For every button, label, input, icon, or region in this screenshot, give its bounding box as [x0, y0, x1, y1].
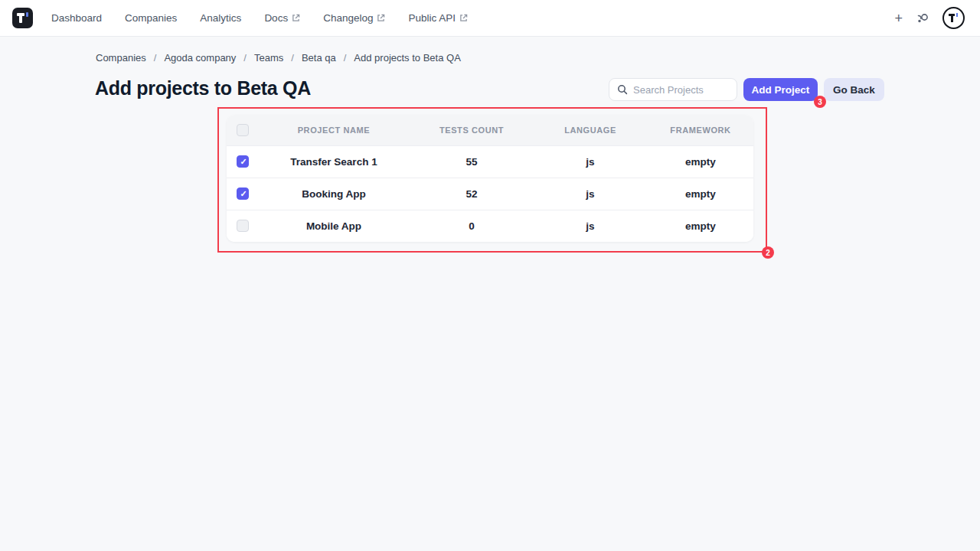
nav-item-label: Analytics — [200, 12, 241, 24]
breadcrumb-separator: / — [243, 52, 247, 64]
projects-table: PROJECT NAME TESTS COUNT LANGUAGE FRAMEW… — [227, 115, 753, 242]
column-header-project-name: PROJECT NAME — [257, 115, 410, 145]
page-title: Add projects to Beta QA — [95, 77, 311, 99]
nav-item-analytics[interactable]: Analytics — [200, 12, 241, 24]
add-project-button[interactable]: Add Project — [743, 78, 818, 101]
nav-links: Dashboard Companies Analytics Docs Chang… — [51, 12, 468, 24]
cell-framework: empty — [648, 178, 753, 210]
logo-t-tick — [26, 12, 28, 17]
top-navbar: Dashboard Companies Analytics Docs Chang… — [0, 0, 980, 37]
external-link-icon — [377, 14, 385, 22]
nav-item-companies[interactable]: Companies — [125, 12, 177, 24]
row-checkbox[interactable] — [237, 220, 249, 232]
cell-tests-count: 55 — [410, 145, 533, 178]
logo-t-stem — [19, 13, 22, 23]
breadcrumb-beta-qa[interactable]: Beta qa — [302, 52, 336, 64]
cell-framework: empty — [648, 145, 753, 178]
nav-item-changelog[interactable]: Changelog — [323, 12, 385, 24]
user-avatar[interactable] — [942, 7, 965, 29]
nav-right-actions: + — [894, 7, 969, 29]
avatar-t-stem — [951, 14, 953, 22]
breadcrumb-companies[interactable]: Companies — [96, 52, 146, 64]
cell-tests-count: 0 — [410, 210, 533, 242]
nav-item-label: Docs — [264, 12, 288, 24]
cell-language: js — [533, 145, 648, 178]
search-icon — [617, 84, 628, 95]
table-row: Mobile App 0 js empty — [227, 210, 753, 242]
annotation-badge-3: 3 — [814, 96, 826, 108]
breadcrumb-agoda-company[interactable]: Agoda company — [164, 52, 236, 64]
avatar-t-tick — [956, 13, 959, 17]
go-back-button[interactable]: Go Back — [824, 78, 884, 101]
annotation-badge-2: 2 — [762, 246, 774, 259]
feed-icon[interactable] — [916, 11, 929, 25]
breadcrumb-separator: / — [154, 52, 157, 64]
table-header-row: PROJECT NAME TESTS COUNT LANGUAGE FRAMEW… — [227, 115, 753, 145]
external-link-icon — [459, 14, 468, 22]
nav-item-public-api[interactable]: Public API — [408, 12, 468, 24]
search-projects-input[interactable] — [633, 84, 729, 96]
column-header-tests-count: TESTS COUNT — [410, 115, 533, 145]
row-checkbox[interactable] — [237, 155, 249, 168]
add-icon[interactable]: + — [894, 11, 903, 25]
nav-item-label: Companies — [125, 12, 177, 24]
cell-tests-count: 52 — [410, 178, 533, 210]
breadcrumb-teams[interactable]: Teams — [254, 52, 283, 64]
nav-item-label: Public API — [408, 12, 456, 24]
select-all-checkbox[interactable] — [237, 124, 249, 136]
column-header-framework: FRAMEWORK — [648, 115, 753, 145]
search-projects-box — [609, 78, 737, 101]
table-row: Transfer Search 1 55 js empty — [227, 145, 753, 178]
nav-item-label: Changelog — [323, 12, 373, 24]
cell-language: js — [533, 210, 648, 242]
cell-project-name: Transfer Search 1 — [257, 145, 410, 178]
external-link-icon — [292, 14, 300, 22]
cell-language: js — [533, 178, 648, 210]
breadcrumb: Companies / Agoda company / Teams / Beta… — [96, 52, 461, 64]
cell-project-name: Mobile App — [257, 210, 410, 242]
breadcrumb-separator: / — [344, 52, 347, 64]
nav-item-dashboard[interactable]: Dashboard — [51, 12, 102, 24]
nav-item-label: Dashboard — [51, 12, 102, 24]
projects-table-card: PROJECT NAME TESTS COUNT LANGUAGE FRAMEW… — [227, 115, 753, 242]
breadcrumb-current-page: Add projects to Beta QA — [354, 52, 460, 64]
table-row: Booking App 52 js empty — [227, 178, 753, 210]
column-header-language: LANGUAGE — [533, 115, 648, 145]
cell-project-name: Booking App — [257, 178, 410, 210]
breadcrumb-separator: / — [291, 52, 294, 64]
cell-framework: empty — [648, 210, 753, 242]
app-logo[interactable] — [12, 8, 33, 28]
nav-item-docs[interactable]: Docs — [264, 12, 300, 24]
row-checkbox[interactable] — [237, 187, 249, 200]
